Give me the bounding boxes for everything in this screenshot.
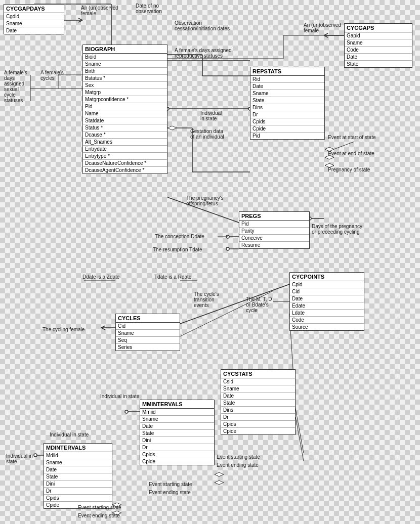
table-row: Matgrpconfidence * xyxy=(83,96,167,103)
label-individual-in-state-1: Individualin state xyxy=(200,110,222,121)
mdintervals-title: MDINTERVALS xyxy=(44,444,112,452)
svg-point-50 xyxy=(125,410,128,413)
table-row: Sname xyxy=(116,330,180,337)
table-row: Sname xyxy=(44,459,112,466)
svg-line-1 xyxy=(78,18,82,20)
table-row: Ldate xyxy=(290,310,364,317)
pregs-title: PREGS xyxy=(239,212,309,221)
biograph-title: BIOGRAPH xyxy=(83,45,167,54)
table-row: Pid xyxy=(83,103,167,110)
mmintervals-table: MMINTERVALS Mmiid Sname Date State Dini … xyxy=(140,400,215,465)
table-row: Cgdid xyxy=(4,13,64,20)
table-row: Dr xyxy=(44,488,112,495)
table-row: Gapid xyxy=(345,32,412,39)
label-gestation-data: Gestation dataof an individual xyxy=(190,128,224,140)
svg-line-25 xyxy=(334,142,354,149)
label-unobserved-female-1: An (un)observedfemale xyxy=(81,5,118,16)
table-row: Cid xyxy=(116,323,180,330)
table-row: Bioid xyxy=(83,54,167,61)
svg-point-56 xyxy=(34,454,37,457)
table-row: Dr xyxy=(250,111,324,118)
table-row: Bstatus * xyxy=(83,75,167,82)
cycpoints-title: CYCPOINTS xyxy=(290,273,364,281)
table-row: Dcause * xyxy=(83,132,167,139)
repstats-table: REPSTATS Rid Date Sname State Dins Dr Cp… xyxy=(250,67,325,140)
label-conception-ddate: The conception Ddate xyxy=(155,234,204,239)
svg-point-35 xyxy=(226,247,229,250)
svg-marker-52 xyxy=(215,472,224,476)
svg-line-12 xyxy=(324,35,328,37)
label-event-start-state-1: Event at start of state xyxy=(328,135,376,140)
table-row: Pid xyxy=(250,133,324,139)
label-event-ending-state-cycstats: Event ending state xyxy=(217,462,259,468)
table-row: Cpide xyxy=(221,428,295,434)
table-row: DcauseNatureConfidence * xyxy=(83,160,167,167)
table-row: Date xyxy=(250,83,324,90)
label-event-starting-state-cycstats: Event starting state xyxy=(217,454,260,460)
table-row: Cpids xyxy=(140,451,214,458)
label-individual-in-state-2: Individual in state xyxy=(100,394,139,399)
table-row: Matgrp xyxy=(83,89,167,96)
label-pregnancy-of-state: Pregnancy of state xyxy=(328,167,370,172)
table-row: Dini xyxy=(140,437,214,444)
table-row: Series xyxy=(116,344,180,351)
label-resumption-tdate: The resumption Tdate xyxy=(153,247,202,252)
table-row: Dins xyxy=(250,104,324,111)
label-females-cycle-statuses: A female'sdaysassignedsexualcyclestatuse… xyxy=(4,70,27,103)
svg-line-40 xyxy=(101,326,105,328)
table-row: Mmiid xyxy=(140,409,214,416)
table-row: Date xyxy=(4,27,64,34)
table-row: Sname xyxy=(345,39,412,47)
table-row: Source xyxy=(290,324,364,330)
svg-marker-22 xyxy=(167,126,177,130)
table-row: State xyxy=(345,61,412,67)
cycstats-table: CYCSTATS Csid Sname Date State Dins Dr C… xyxy=(221,369,296,435)
label-tdate-rdate: Tdate is a Rdate xyxy=(154,274,191,280)
svg-point-32 xyxy=(226,235,229,238)
svg-line-11 xyxy=(324,33,328,35)
mdintervals-table: MDINTERVALS Mdiid Sname Date State Dini … xyxy=(44,443,112,509)
table-row: Rid xyxy=(250,76,324,83)
label-event-starting-state-mmintervals: Event starting state xyxy=(149,482,192,487)
table-row: Entrydate xyxy=(83,146,167,153)
table-row: Resume xyxy=(239,242,309,248)
svg-line-48 xyxy=(296,417,304,461)
pregs-table: PREGS Pid Parity Conceive Resume xyxy=(239,211,310,249)
table-row: Cpids xyxy=(221,421,295,428)
label-event-starting-state-mdintervals: Event starting state xyxy=(78,505,121,510)
table-row: State xyxy=(140,430,214,437)
table-row: Date xyxy=(44,466,112,473)
label-event-ending-state-mdintervals: Event ending state xyxy=(78,513,120,518)
table-row: Alt_Snames xyxy=(83,139,167,146)
table-row: Cpide xyxy=(140,458,214,465)
table-row: Code xyxy=(345,47,412,54)
table-row: Sname xyxy=(221,385,295,392)
table-row: Cpid xyxy=(290,281,364,288)
label-date-no-observation: Date of noobservation xyxy=(136,3,162,14)
table-row: Dini xyxy=(44,481,112,488)
table-row: Date xyxy=(290,295,364,302)
label-individual-in-state-4: Individual instate xyxy=(6,453,33,464)
svg-line-2 xyxy=(78,20,82,22)
table-row: Date xyxy=(221,392,295,400)
table-row: Seq xyxy=(116,337,180,344)
table-row: Date xyxy=(345,54,412,61)
table-row: Sname xyxy=(250,90,324,97)
table-row: Name xyxy=(83,110,167,117)
cycgapdays-table: CYCGAPDAYS Cgdid Sname Date xyxy=(4,4,64,34)
label-unobserved-female-2: An (un)observedfemale xyxy=(304,22,341,33)
label-event-ending-state-mmintervals: Event ending state xyxy=(149,490,191,495)
label-m-t-d-bdate: The M, T, Dor Bdate'scycle xyxy=(246,296,272,313)
repstats-title: REPSTATS xyxy=(250,67,324,76)
label-days-pregnancy: Days of the pregnancyor preceeding cycli… xyxy=(312,224,362,235)
table-row: State xyxy=(250,97,324,104)
table-row: Code xyxy=(290,317,364,324)
table-row: Cid xyxy=(290,288,364,295)
table-row: State xyxy=(44,473,112,481)
label-event-end-state-1: Event at end of state xyxy=(328,151,374,156)
table-row: DcauseAgentConfidence * xyxy=(83,167,167,173)
biograph-table: BIOGRAPH Bioid Sname Birth Bstatus * Sex… xyxy=(82,45,167,174)
table-row: Sname xyxy=(83,61,167,68)
table-row: Sname xyxy=(140,416,214,423)
cycgaps-table: CYCGAPS Gapid Sname Code Date State xyxy=(344,23,412,68)
